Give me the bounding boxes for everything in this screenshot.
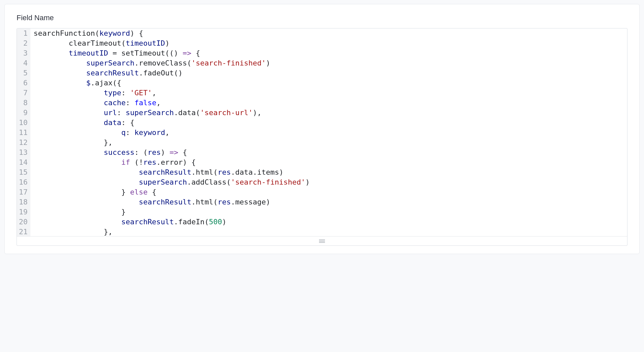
code-line[interactable]: 2 clearTimeout(timeoutID): [17, 38, 627, 48]
code-content[interactable]: } else {: [30, 187, 627, 197]
code-content[interactable]: url: superSearch.data('search-url'),: [30, 108, 627, 118]
line-number: 20: [17, 217, 30, 227]
code-line[interactable]: 17 } else {: [17, 187, 627, 197]
line-number: 11: [17, 128, 30, 138]
code-line[interactable]: 5 searchResult.fadeOut(): [17, 68, 627, 78]
code-editor[interactable]: 1searchFunction(keyword) {2 clearTimeout…: [17, 28, 627, 246]
code-content[interactable]: type: 'GET',: [30, 88, 627, 98]
code-content[interactable]: superSearch.removeClass('search-finished…: [30, 58, 627, 68]
code-content[interactable]: if (!res.error) {: [30, 157, 627, 167]
line-number: 3: [17, 48, 30, 58]
line-number: 14: [17, 157, 30, 167]
code-line[interactable]: 20 searchResult.fadeIn(500): [17, 217, 627, 227]
code-content[interactable]: $.ajax({: [30, 78, 627, 88]
line-number: 2: [17, 38, 30, 48]
line-number: 10: [17, 118, 30, 128]
code-content[interactable]: searchResult.fadeOut(): [30, 68, 627, 78]
line-number: 13: [17, 148, 30, 157]
code-line[interactable]: 4 superSearch.removeClass('search-finish…: [17, 58, 627, 68]
code-content[interactable]: data: {: [30, 118, 627, 128]
line-number: 19: [17, 207, 30, 217]
line-number: 21: [17, 227, 30, 236]
line-number: 8: [17, 98, 30, 108]
code-line[interactable]: 16 superSearch.addClass('search-finished…: [17, 177, 627, 187]
code-content[interactable]: }: [30, 207, 627, 217]
code-content[interactable]: searchFunction(keyword) {: [30, 28, 627, 38]
code-content[interactable]: clearTimeout(timeoutID): [30, 38, 627, 48]
code-line[interactable]: 6 $.ajax({: [17, 78, 627, 88]
drag-icon: [319, 240, 325, 243]
code-line[interactable]: 12 },: [17, 138, 627, 148]
form-card: Field Name 1searchFunction(keyword) {2 c…: [4, 4, 640, 254]
code-content[interactable]: superSearch.addClass('search-finished'): [30, 177, 627, 187]
code-content[interactable]: success: (res) => {: [30, 148, 627, 157]
line-number: 15: [17, 167, 30, 177]
code-line[interactable]: 8 cache: false,: [17, 98, 627, 108]
line-number: 17: [17, 187, 30, 197]
code-line[interactable]: 3 timeoutID = setTimeout(() => {: [17, 48, 627, 58]
code-line[interactable]: 13 success: (res) => {: [17, 148, 627, 157]
code-line[interactable]: 9 url: superSearch.data('search-url'),: [17, 108, 627, 118]
code-line[interactable]: 21 },: [17, 227, 627, 236]
line-number: 5: [17, 68, 30, 78]
code-line[interactable]: 14 if (!res.error) {: [17, 157, 627, 167]
code-content[interactable]: timeoutID = setTimeout(() => {: [30, 48, 627, 58]
code-content[interactable]: searchResult.html(res.message): [30, 197, 627, 207]
line-number: 18: [17, 197, 30, 207]
code-editor-scroll[interactable]: 1searchFunction(keyword) {2 clearTimeout…: [17, 28, 627, 236]
code-line[interactable]: 7 type: 'GET',: [17, 88, 627, 98]
code-content[interactable]: q: keyword,: [30, 128, 627, 138]
line-number: 4: [17, 58, 30, 68]
line-number: 6: [17, 78, 30, 88]
line-number: 16: [17, 177, 30, 187]
line-number: 1: [17, 28, 30, 38]
code-line[interactable]: 15 searchResult.html(res.data.items): [17, 167, 627, 177]
code-content[interactable]: searchResult.html(res.data.items): [30, 167, 627, 177]
line-number: 12: [17, 138, 30, 148]
resize-handle[interactable]: [17, 236, 627, 245]
code-line[interactable]: 19 }: [17, 207, 627, 217]
code-table: 1searchFunction(keyword) {2 clearTimeout…: [17, 28, 627, 236]
code-content[interactable]: cache: false,: [30, 98, 627, 108]
line-number: 9: [17, 108, 30, 118]
code-line[interactable]: 11 q: keyword,: [17, 128, 627, 138]
code-line[interactable]: 1searchFunction(keyword) {: [17, 28, 627, 38]
code-line[interactable]: 18 searchResult.html(res.message): [17, 197, 627, 207]
code-content[interactable]: },: [30, 227, 627, 236]
code-content[interactable]: },: [30, 138, 627, 148]
code-line[interactable]: 10 data: {: [17, 118, 627, 128]
field-label: Field Name: [17, 14, 627, 22]
line-number: 7: [17, 88, 30, 98]
code-content[interactable]: searchResult.fadeIn(500): [30, 217, 627, 227]
